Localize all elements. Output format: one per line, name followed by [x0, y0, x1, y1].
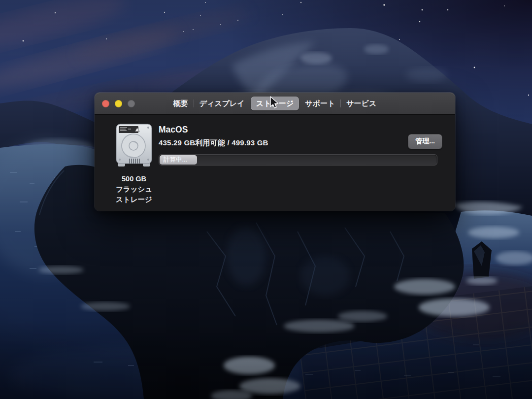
disk-capacity-label: 500 GB フラッシュ ストレージ — [104, 174, 164, 205]
traffic-lights — [102, 93, 135, 114]
storage-usage-bar: 計算中... — [159, 154, 437, 166]
progress-fill: 計算中... — [160, 155, 197, 165]
zoom-button — [128, 100, 135, 107]
mouse-cursor-arrow — [269, 96, 280, 109]
available-space-text: 435.29 GB利用可能 / 499.93 GB — [159, 138, 268, 148]
tab-overview[interactable]: 概要 — [168, 97, 194, 110]
screen: 概要 ディスプレイ ストレージ サポート サービス — [0, 0, 532, 399]
disk-column: 500 GB フラッシュ ストレージ — [104, 123, 164, 205]
tab-support[interactable]: サポート — [299, 97, 340, 110]
hard-drive-icon — [115, 123, 153, 167]
tab-service[interactable]: サービス — [341, 97, 382, 110]
about-mac-window: 概要 ディスプレイ ストレージ サポート サービス — [95, 93, 455, 211]
tab-displays[interactable]: ディスプレイ — [194, 97, 250, 110]
manage-button[interactable]: 管理... — [408, 134, 442, 149]
minimize-button[interactable] — [115, 100, 122, 107]
close-button[interactable] — [102, 100, 109, 107]
volume-name: MacOS — [159, 125, 188, 135]
calculating-label: 計算中... — [164, 156, 187, 164]
